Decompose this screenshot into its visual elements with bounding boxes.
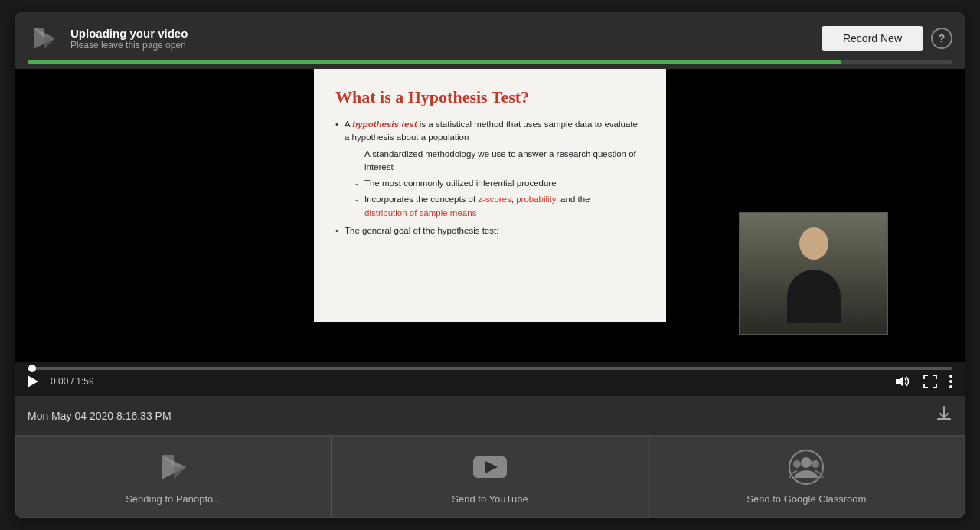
volume-icon	[896, 375, 911, 388]
slide-highlight: hypothesis test	[352, 119, 416, 129]
timestamp-bar: Mon May 04 2020 8:16:33 PM	[15, 396, 965, 436]
slide-bullet-1: A hypothesis test is a statistical metho…	[335, 118, 645, 220]
video-area: What is a Hypothesis Test? A hypothesis …	[15, 69, 965, 396]
youtube-share-icon	[472, 449, 508, 486]
panopto-logo-icon	[28, 21, 61, 55]
controls-left: 0:00 / 1:59	[28, 375, 94, 388]
fullscreen-button[interactable]	[923, 375, 937, 388]
more-options-button[interactable]	[949, 375, 952, 388]
bottom-section: Mon May 04 2020 8:16:33 PM Sending to Pa…	[15, 396, 965, 518]
webcam-overlay	[739, 212, 888, 335]
upload-title: Uploading your video	[70, 27, 188, 40]
volume-button[interactable]	[896, 375, 911, 388]
send-to-panopto-button[interactable]: Sending to Panopto...	[15, 436, 332, 518]
time-display: 0:00 / 1:59	[51, 376, 94, 387]
header-right: Record New ?	[822, 26, 952, 51]
svg-point-5	[949, 380, 952, 383]
send-to-youtube-button[interactable]: Send to YouTube	[332, 436, 648, 518]
slide-sub-2: The most commonly utilized inferential p…	[355, 177, 645, 190]
svg-point-15	[793, 460, 801, 468]
slide-bullet-2: The general goal of the hypothesis test:	[335, 224, 645, 237]
share-buttons: Sending to Panopto... Send to YouTube	[15, 436, 965, 518]
video-progress-track[interactable]	[28, 367, 952, 370]
controls-row: 0:00 / 1:59	[28, 375, 952, 388]
record-new-button[interactable]: Record New	[822, 26, 923, 51]
send-to-google-classroom-button[interactable]: Send to Google Classroom	[648, 436, 965, 518]
svg-point-4	[949, 375, 952, 378]
play-icon	[28, 375, 38, 388]
slide-title: What is a Hypothesis Test?	[335, 87, 645, 107]
video-controls: 0:00 / 1:59	[15, 362, 965, 396]
download-button[interactable]	[936, 405, 952, 426]
help-icon[interactable]: ?	[931, 28, 952, 49]
slide-body: A hypothesis test is a statistical metho…	[335, 118, 645, 237]
app-window: Uploading your video Please leave this p…	[15, 12, 965, 518]
person-head	[799, 227, 828, 260]
fullscreen-icon	[923, 375, 937, 388]
google-classroom-share-icon	[788, 449, 825, 486]
slide-sub-1: A standardized methodology we use to ans…	[355, 148, 645, 175]
header-left: Uploading your video Please leave this p…	[28, 21, 188, 55]
slide-sub-3: Incorporates the concepts of z-scores, p…	[355, 193, 645, 220]
google-classroom-share-label: Send to Google Classroom	[746, 493, 866, 505]
webcam-person	[740, 213, 887, 334]
upload-subtitle: Please leave this page open	[70, 40, 188, 51]
upload-progress-fill	[28, 60, 841, 64]
youtube-share-label: Send to YouTube	[452, 493, 528, 505]
svg-marker-3	[896, 376, 903, 387]
person-body	[787, 270, 841, 323]
timestamp-text: Mon May 04 2020 8:16:33 PM	[28, 410, 172, 422]
slide-bullet1-pre: A	[345, 119, 352, 129]
svg-marker-10	[174, 467, 186, 479]
svg-rect-7	[937, 418, 951, 420]
svg-point-14	[801, 457, 812, 468]
person-silhouette	[783, 224, 844, 323]
svg-point-16	[812, 460, 819, 468]
play-pause-button[interactable]	[28, 375, 38, 388]
panopto-share-icon	[155, 449, 192, 486]
more-options-icon	[949, 375, 952, 388]
slide-container: What is a Hypothesis Test? A hypothesis …	[314, 69, 666, 322]
header: Uploading your video Please leave this p…	[15, 12, 965, 60]
upload-progress-bar	[28, 60, 952, 64]
svg-marker-2	[44, 38, 55, 49]
panopto-share-label: Sending to Panopto...	[126, 493, 221, 505]
header-text: Uploading your video Please leave this p…	[70, 27, 188, 51]
svg-point-6	[949, 385, 952, 388]
controls-right	[896, 375, 952, 388]
download-icon	[936, 405, 952, 422]
video-progress-dot	[28, 365, 36, 372]
